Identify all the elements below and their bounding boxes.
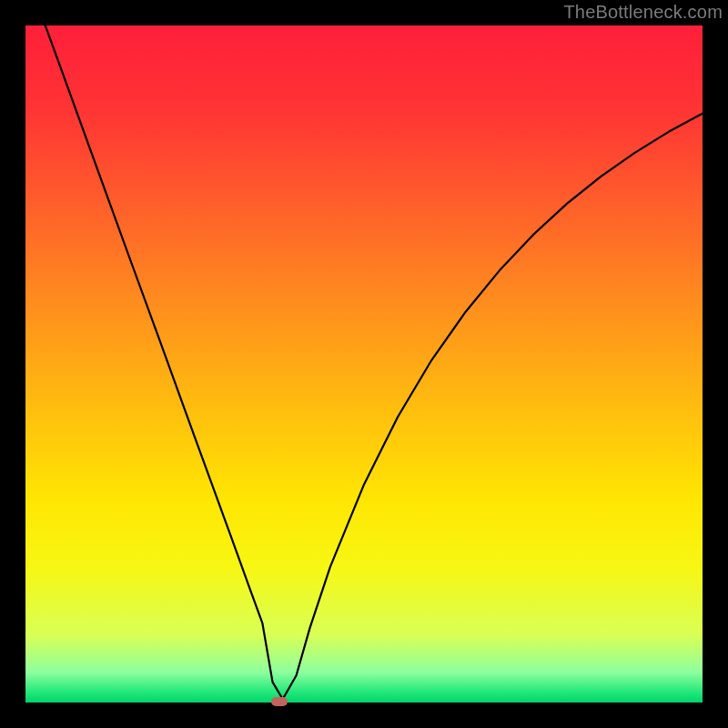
outer-frame: TheBottleneck.com bbox=[0, 0, 728, 728]
watermark-label: TheBottleneck.com bbox=[563, 2, 723, 23]
optimal-point-marker bbox=[271, 697, 288, 706]
plot-area bbox=[25, 25, 703, 703]
background-gradient bbox=[25, 25, 703, 703]
